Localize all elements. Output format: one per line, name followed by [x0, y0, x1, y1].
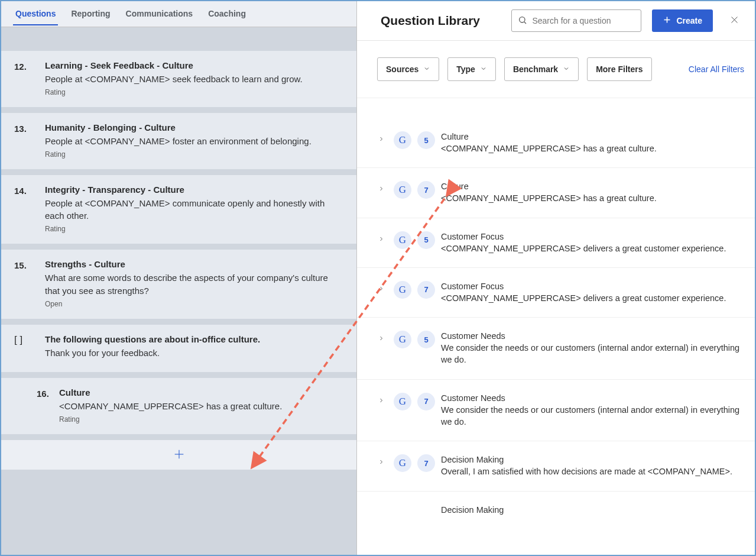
expand-toggle[interactable]: [375, 281, 388, 294]
library-text: <COMPANY_NAME_UPPERCASE> delivers a grea…: [441, 292, 744, 304]
source-badge-g: G: [394, 331, 411, 348]
create-button-label: Create: [676, 16, 702, 25]
library-header: Question Library Create: [357, 1, 755, 41]
tab-communications[interactable]: Communications: [124, 3, 196, 25]
library-text: <COMPANY_NAME_UPPERCASE> has a great cul…: [441, 143, 744, 154]
filter-type[interactable]: Type: [447, 57, 496, 81]
count-badge: 5: [417, 131, 435, 149]
chevron-right-icon: [378, 235, 385, 244]
library-item[interactable]: G 5 Customer Needs We consider the needs…: [357, 318, 755, 380]
library-item[interactable]: G 5 Culture <COMPANY_NAME_UPPERCASE> has…: [357, 98, 755, 168]
expand-toggle[interactable]: [375, 231, 388, 244]
add-question-row[interactable]: [1, 440, 356, 470]
chevron-down-icon: [563, 64, 570, 74]
chevron-right-icon: [378, 458, 385, 467]
question-item[interactable]: 12. Learning - Seek Feedback - Culture P…: [1, 51, 356, 107]
library-filters: Sources Type Benchmark More Filters Clea…: [357, 41, 755, 98]
tab-reporting[interactable]: Reporting: [69, 3, 112, 25]
source-badge-g: G: [394, 231, 411, 249]
question-library-panel: Question Library Create Sour: [357, 1, 755, 555]
question-number: 14.: [14, 185, 38, 234]
library-item[interactable]: G 5 Customer Focus <COMPANY_NAME_UPPERCA…: [357, 218, 755, 268]
section-text: Thank you for your feedback.: [45, 347, 345, 360]
source-badge-g: G: [394, 281, 411, 299]
top-tabs: Questions Reporting Communications Coach…: [1, 1, 356, 27]
svg-point-2: [520, 17, 525, 22]
count-badge: 5: [417, 231, 435, 249]
question-text: People at <COMPANY_NAME> seek feedback t…: [45, 73, 345, 86]
library-item[interactable]: Decision Making: [357, 492, 755, 516]
create-button[interactable]: Create: [652, 9, 713, 32]
tab-questions[interactable]: Questions: [13, 3, 58, 25]
question-text: What are some words to describe the aspe…: [45, 271, 345, 298]
section-title: The following questions are about in-off…: [45, 334, 345, 344]
library-category: Culture: [441, 182, 744, 191]
library-text: We consider the needs or our customers (…: [441, 342, 744, 366]
chevron-right-icon: [378, 185, 385, 194]
question-text: People at <COMPANY_NAME> foster an envir…: [45, 135, 345, 148]
question-item[interactable]: 14. Integrity - Transparency - Culture P…: [1, 175, 356, 244]
count-badge: 7: [417, 181, 435, 199]
library-text: <COMPANY_NAME_UPPERCASE> delivers a grea…: [441, 243, 744, 254]
expand-toggle[interactable]: [375, 181, 388, 194]
close-button[interactable]: [727, 12, 742, 29]
expand-toggle[interactable]: [375, 454, 388, 467]
question-number: 16.: [14, 387, 52, 424]
plus-icon: [173, 448, 186, 463]
source-badge-g: G: [394, 181, 411, 199]
filter-sources[interactable]: Sources: [377, 57, 439, 81]
count-badge: 7: [417, 393, 435, 410]
question-item[interactable]: 13. Humanity - Belonging - Culture Peopl…: [1, 113, 356, 169]
question-item[interactable]: 15. Strengths - Culture What are some wo…: [1, 250, 356, 319]
library-category: Customer Needs: [441, 393, 744, 403]
questions-pane: Questions Reporting Communications Coach…: [1, 1, 357, 555]
expand-toggle[interactable]: [375, 131, 388, 144]
filter-label: More Filters: [596, 64, 643, 74]
question-title: Strengths - Culture: [45, 259, 345, 269]
section-item[interactable]: [ ] The following questions are about in…: [1, 325, 356, 373]
chevron-right-icon: [378, 396, 385, 406]
question-text: <COMPANY_NAME_UPPERCASE> has a great cul…: [59, 400, 345, 413]
filter-label: Sources: [386, 64, 418, 74]
library-item[interactable]: G 7 Customer Needs We consider the needs…: [357, 380, 755, 442]
expand-toggle[interactable]: [375, 393, 388, 406]
svg-line-3: [524, 22, 526, 24]
source-badge-g: G: [394, 393, 411, 410]
count-badge: 7: [417, 281, 435, 299]
chevron-down-icon: [423, 64, 430, 74]
source-badge-g: G: [394, 131, 411, 149]
library-item[interactable]: G 7 Decision Making Overall, I am satisf…: [357, 441, 755, 491]
library-text: Overall, I am satisfied with how decisio…: [441, 466, 744, 477]
question-type: Rating: [45, 88, 345, 96]
filter-more[interactable]: More Filters: [587, 57, 651, 81]
search-input[interactable]: [532, 16, 635, 25]
question-item[interactable]: 16. Culture <COMPANY_NAME_UPPERCASE> has…: [1, 378, 356, 434]
library-item[interactable]: G 7 Culture <COMPANY_NAME_UPPERCASE> has…: [357, 168, 755, 218]
question-text: People at <COMPANY_NAME> communicate ope…: [45, 197, 345, 223]
library-title: Question Library: [381, 14, 501, 28]
plus-icon: [663, 15, 671, 26]
filter-benchmark[interactable]: Benchmark: [504, 57, 579, 81]
library-category: Decision Making: [441, 455, 744, 464]
library-item[interactable]: G 7 Customer Focus <COMPANY_NAME_UPPERCA…: [357, 268, 755, 318]
question-number: 15.: [14, 259, 38, 308]
question-type: Rating: [45, 225, 345, 233]
close-icon: [729, 18, 739, 27]
question-title: Culture: [59, 387, 345, 397]
question-type: Rating: [45, 150, 345, 159]
tab-coaching[interactable]: Coaching: [206, 3, 248, 25]
clear-filters-link[interactable]: Clear All Filters: [689, 64, 744, 74]
question-number: 13.: [14, 122, 38, 159]
library-category: Culture: [441, 132, 744, 141]
expand-toggle[interactable]: [375, 331, 388, 344]
question-title: Integrity - Transparency - Culture: [45, 185, 345, 195]
question-title: Learning - Seek Feedback - Culture: [45, 60, 345, 70]
library-category: Customer Needs: [441, 331, 744, 341]
question-type: Rating: [59, 415, 345, 424]
search-input-wrapper[interactable]: [511, 9, 641, 32]
question-list: 12. Learning - Seek Feedback - Culture P…: [1, 27, 356, 555]
library-text: We consider the needs or our customers (…: [441, 404, 744, 428]
filter-label: Type: [456, 64, 475, 74]
library-text: <COMPANY_NAME_UPPERCASE> has a great cul…: [441, 192, 744, 204]
library-list: G 5 Culture <COMPANY_NAME_UPPERCASE> has…: [357, 98, 755, 555]
